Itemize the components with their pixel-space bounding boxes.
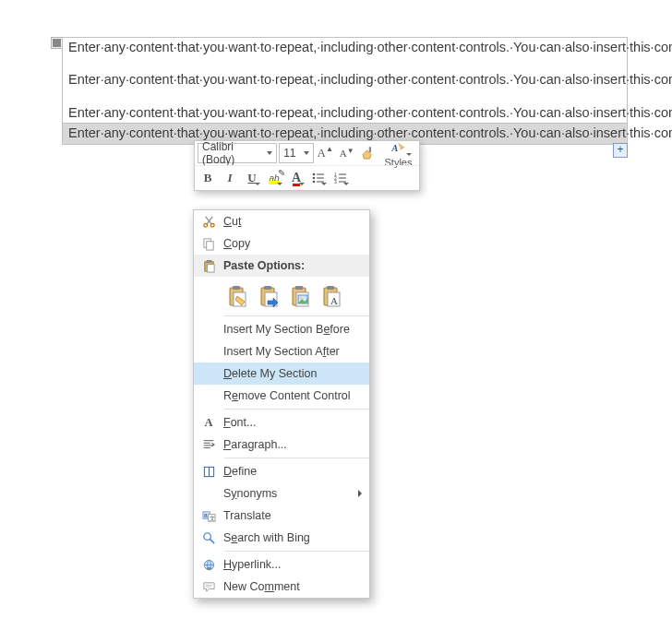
menu-item-hyperlink[interactable]: Hyperlink... [194,553,369,576]
highlight-icon: ab✎ [269,173,279,184]
svg-rect-27 [264,286,271,290]
menu-item-copy[interactable]: Copy [194,232,369,255]
menu-label: New Comment [223,580,362,593]
numbering-button[interactable]: 123 [330,168,351,188]
svg-rect-24 [233,286,240,290]
menu-label: Insert My Section After [223,345,362,358]
font-name-combo[interactable]: Calibri (Body) [198,143,277,163]
text-highlight-color-button[interactable]: ab✎ [264,168,284,188]
paragraph[interactable]: Enter·any·content·that·you·want·to·repea… [63,103,627,123]
cut-icon [202,215,216,229]
font-name-value: Calibri (Body) [202,140,265,166]
italic-button[interactable]: I [220,168,240,188]
menu-label: Cut [223,215,362,228]
menu-label: Translate [223,509,362,522]
menu-item-define[interactable]: Define [194,460,369,482]
svg-text:文: 文 [210,515,215,521]
font-color-button[interactable]: A [286,168,306,188]
svg-rect-22 [207,264,214,271]
paragraph-icon [202,438,215,451]
svg-text:A: A [391,143,399,153]
paste-keep-source-formatting[interactable] [225,280,251,310]
svg-text:a: a [203,512,207,518]
paste-picture[interactable] [288,280,314,310]
chevron-down-icon [304,151,309,155]
comment-icon [202,580,216,594]
paste-options-row: A [194,277,369,314]
svg-point-3 [313,177,316,180]
menu-item-font[interactable]: A Font... [194,411,369,434]
bold-button[interactable]: B [198,168,218,188]
clipboard-text-icon: A [322,285,342,309]
font-icon: A [204,416,212,430]
menu-label: Synonyms [223,487,354,500]
menu-item-synonyms[interactable]: Synonyms [194,482,369,505]
menu-label: Delete My Section [223,367,362,380]
clipboard-brush-icon [228,285,248,309]
search-icon [202,531,216,545]
submenu-arrow-icon [358,490,362,497]
menu-label: Remove Content Control [223,389,362,402]
svg-point-33 [300,297,303,300]
app-canvas: Enter·any·content·that·you·want·to·repea… [0,0,672,630]
paragraph[interactable]: Enter·any·content·that·you·want·to·repea… [63,38,627,57]
mini-toolbar: Calibri (Body) 11 A▲ A▼ A Styles [194,140,420,191]
paste-merge-formatting[interactable] [257,280,282,310]
svg-point-4 [313,181,316,184]
menu-label: Font... [223,416,362,429]
menu-separator [224,551,369,552]
repeating-section-content-control: Enter·any·content·that·you·want·to·repea… [62,37,628,145]
hyperlink-icon [202,558,216,572]
menu-label: Paste Options: [223,259,305,272]
svg-line-50 [210,539,214,543]
copy-icon [202,237,216,251]
menu-item-insert-section-after[interactable]: Insert My Section After [194,340,369,363]
context-menu: Cut Copy Paste Options: [193,209,370,599]
svg-rect-21 [206,259,211,262]
menu-item-cut[interactable]: Cut [194,210,369,232]
add-section-button[interactable]: + [613,143,628,158]
underline-button[interactable]: U [242,168,262,188]
svg-rect-30 [295,286,303,290]
menu-item-translate[interactable]: a文 Translate [194,505,369,527]
svg-text:A: A [330,295,338,306]
styles-icon: A [390,141,405,156]
menu-label: Copy [223,237,362,250]
menu-separator [224,315,369,316]
svg-point-2 [313,173,316,176]
format-painter-button[interactable] [358,143,378,163]
menu-label: Insert My Section Before [223,323,362,336]
svg-rect-35 [327,286,334,290]
paste-icon [202,259,216,273]
paragraph-gap [63,57,627,70]
svg-rect-0 [369,147,371,152]
paintbrush-icon [360,145,377,161]
menu-label: Paragraph... [223,438,362,451]
svg-point-49 [203,532,210,540]
svg-text:3: 3 [334,179,337,184]
numbering-icon: 123 [333,171,348,185]
clipboard-arrow-icon [259,285,280,309]
menu-label: Define [223,465,362,478]
translate-icon: a文 [202,509,216,523]
paste-text-only[interactable]: A [319,280,345,310]
book-icon [202,465,216,479]
quick-styles-button[interactable]: A [382,138,414,159]
shrink-font-button[interactable]: A▼ [337,143,356,163]
paragraph[interactable]: Enter·any·content·that·you·want·to·repea… [63,70,627,89]
font-size-combo[interactable]: 11 [279,143,313,163]
bullets-icon [311,171,326,185]
menu-item-new-comment[interactable]: New Comment [194,576,369,598]
menu-item-remove-content-control[interactable]: Remove Content Control [194,385,369,407]
bullets-button[interactable] [308,168,329,188]
paragraph-gap [63,90,627,103]
menu-label: Search with Bing [223,531,362,544]
menu-item-paragraph[interactable]: Paragraph... [194,434,369,456]
font-size-value: 11 [283,147,295,160]
menu-item-delete-section[interactable]: Delete My Section [194,363,369,385]
svg-rect-19 [206,241,213,249]
grow-font-button[interactable]: A▲ [316,143,335,163]
menu-item-search-bing[interactable]: Search with Bing [194,527,369,549]
menu-label: Hyperlink... [223,558,362,571]
menu-item-insert-section-before[interactable]: Insert My Section Before [194,318,369,340]
